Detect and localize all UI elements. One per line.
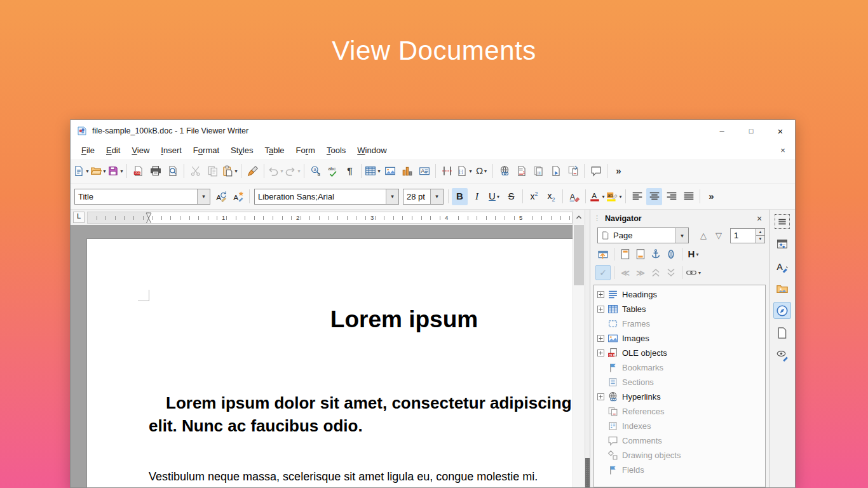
tree-item-comments[interactable]: Comments [594, 433, 765, 448]
header-button[interactable] [618, 247, 633, 262]
content-navigation-view-button[interactable]: ✓ [595, 265, 611, 280]
heading-levels-button[interactable]: H▾ [686, 247, 701, 262]
font-size-combo[interactable]: 28 pt▾ [403, 189, 444, 205]
sidebar-tab-styles-deck[interactable]: A [773, 257, 791, 274]
splitter-grip[interactable] [585, 458, 590, 487]
insert-textbox-button[interactable]: A [416, 163, 432, 180]
undo-button[interactable]: ▾ [268, 163, 283, 180]
strikethrough-button[interactable]: S [503, 188, 519, 205]
page-number-spinbox[interactable]: 1 ▲▼ [730, 228, 765, 243]
footnote-button[interactable]: 1 [513, 163, 529, 180]
dropdown-arrow-icon[interactable]: ▾ [602, 194, 604, 200]
page-number-value[interactable]: 1 [730, 228, 756, 243]
menu-form[interactable]: Form [290, 144, 321, 157]
menu-styles[interactable]: Styles [225, 144, 259, 157]
bold-button[interactable]: B [452, 188, 468, 205]
insert-chart-button[interactable] [399, 163, 415, 180]
open-button[interactable]: ▾ [90, 163, 106, 180]
combo-dropdown-icon[interactable]: ▾ [675, 228, 688, 243]
align-left-button[interactable] [629, 188, 645, 205]
special-character-button[interactable]: Ω▾ [473, 163, 489, 180]
tab-stop-selector[interactable]: L [73, 212, 85, 223]
highlight-color-button[interactable]: ab▾ [606, 188, 622, 205]
align-right-button[interactable] [663, 188, 679, 205]
navigation-button[interactable] [595, 247, 611, 262]
expand-icon[interactable] [597, 306, 605, 313]
export-pdf-button[interactable]: PDF [130, 163, 146, 180]
dropdown-arrow-icon[interactable]: ▾ [698, 270, 701, 276]
save-button[interactable]: ▾ [107, 163, 123, 180]
tree-item-ole-objects[interactable]: OLEOLE objects [594, 346, 765, 360]
sidebar-tab-navigator-deck[interactable] [773, 302, 791, 319]
subscript-button[interactable]: x2 [543, 188, 559, 205]
comment-button[interactable] [588, 163, 604, 180]
endnote-button[interactable]: [i] [531, 163, 546, 180]
align-center-button[interactable] [646, 188, 662, 205]
copy-button[interactable] [205, 163, 220, 180]
find-replace-button[interactable]: ad [308, 163, 323, 180]
drag-mode-button[interactable]: ▾ [686, 265, 701, 280]
font-color-button[interactable]: A▾ [589, 188, 605, 205]
insert-table-button[interactable]: ▾ [365, 163, 381, 180]
superscript-button[interactable]: x2 [526, 188, 542, 205]
dropdown-arrow-icon[interactable]: ▾ [103, 168, 105, 174]
spin-down-icon[interactable]: ▼ [756, 235, 765, 243]
clear-formatting-button[interactable]: A [566, 188, 582, 205]
redo-button[interactable]: ▾ [285, 163, 301, 180]
combo-dropdown-icon[interactable]: ▾ [197, 189, 210, 204]
indent-marker[interactable] [146, 212, 152, 224]
update-style-button[interactable]: A [213, 188, 229, 205]
font-name-combo[interactable]: Liberation Sans;Arial▾ [254, 189, 399, 205]
dropdown-arrow-icon[interactable]: ▾ [120, 168, 123, 174]
new-document-button[interactable]: ▾ [73, 163, 89, 180]
paragraph-style-combo[interactable]: Title▾ [74, 189, 210, 205]
menu-format[interactable]: Format [187, 144, 225, 157]
spin-buttons[interactable]: ▲▼ [756, 228, 765, 243]
menu-file[interactable]: File [76, 144, 100, 157]
tree-item-tables[interactable]: Tables [594, 302, 765, 316]
sidebar-tab-sidebar-settings[interactable] [773, 213, 791, 230]
tree-item-drawing-objects[interactable]: Drawing objects [594, 448, 765, 463]
document-page[interactable]: Lorem ipsum Lorem ipsum dolor sit amet, … [86, 238, 573, 487]
chapter-prev-button[interactable]: ≪ [618, 265, 633, 280]
maximize-button[interactable]: □ [736, 120, 766, 142]
print-button[interactable] [147, 163, 163, 180]
sidebar-tab-style-inspector-deck[interactable] [773, 346, 791, 363]
sidebar-tab-page-deck[interactable] [773, 324, 791, 341]
expand-icon[interactable] [597, 291, 605, 299]
expand-icon[interactable] [597, 393, 605, 401]
level-up-button[interactable] [648, 265, 663, 280]
chapter-next-button[interactable]: ≫ [633, 265, 648, 280]
underline-button[interactable]: U▾ [486, 188, 502, 205]
previous-page-button[interactable]: △ [696, 228, 711, 243]
tree-item-headings[interactable]: Headings [594, 287, 765, 302]
reminder-button[interactable] [663, 247, 679, 262]
scrollbar-thumb[interactable] [574, 225, 584, 285]
overflow-button[interactable]: » [611, 163, 627, 180]
tree-item-bookmarks[interactable]: Bookmarks [594, 360, 765, 375]
bookmark-button[interactable] [548, 163, 564, 180]
tree-item-indexes[interactable]: Indexes [594, 419, 765, 433]
combo-dropdown-icon[interactable]: ▾ [430, 189, 443, 204]
scrollbar-track[interactable] [573, 224, 585, 487]
spin-up-icon[interactable]: ▲ [756, 228, 765, 236]
anchor-button[interactable] [648, 247, 663, 262]
menu-tools[interactable]: Tools [321, 144, 351, 157]
expand-icon[interactable] [597, 335, 605, 342]
tree-item-fields[interactable]: Fields [594, 463, 765, 477]
hyperlink-button[interactable] [496, 163, 512, 180]
footer-button[interactable] [633, 247, 648, 262]
tree-item-references[interactable]: References [594, 404, 765, 419]
dropdown-arrow-icon[interactable]: ▾ [86, 168, 88, 174]
dropdown-arrow-icon[interactable]: ▾ [696, 252, 698, 257]
overflow-button[interactable]: » [703, 188, 719, 205]
close-button[interactable]: × [766, 120, 795, 142]
next-page-button[interactable]: ▽ [711, 228, 726, 243]
dropdown-arrow-icon[interactable]: ▾ [280, 168, 283, 174]
close-document-icon[interactable]: × [776, 142, 790, 159]
dropdown-arrow-icon[interactable]: ▾ [297, 168, 300, 174]
cut-button[interactable] [187, 163, 203, 180]
dropdown-arrow-icon[interactable]: ▾ [619, 194, 621, 200]
menu-edit[interactable]: Edit [100, 144, 126, 157]
sidebar-tab-gallery-deck[interactable] [773, 280, 791, 297]
